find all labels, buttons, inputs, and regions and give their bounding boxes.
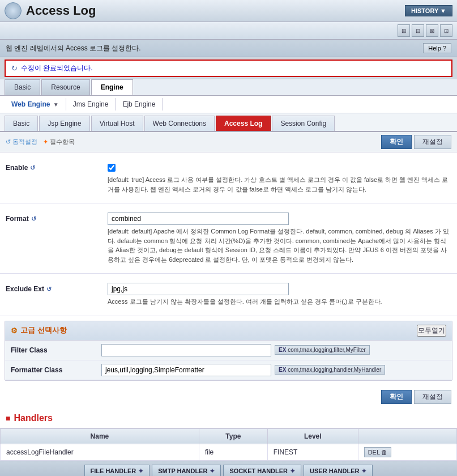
help-button[interactable]: Help ? [423,43,451,53]
filter-class-value: EX com,tmax,logging,filter,MyFilter [101,344,446,356]
filter-class-input[interactable] [101,344,271,356]
advanced-section: ⚙ 고급 선택사항 모두열기 Filter Class EX com,tmax,… [5,321,452,381]
delete-icon: 🗑 [381,449,387,456]
smtp-handler-button[interactable]: SMTP HANDLER ✦ [152,465,221,477]
exclude-label: Exclude Ext ↺ [6,283,108,293]
col-header-name: Name [1,428,199,444]
sub-nav-web-engine-label: Web Engine [11,100,50,108]
smtp-handler-icon: ✦ [210,468,215,475]
formatter-class-input[interactable] [101,364,271,376]
second-tab-access-log[interactable]: Access Log [216,116,271,131]
row-name: accessLogFileHandler [1,444,199,460]
enable-reset-icon[interactable]: ↺ [30,164,35,172]
col-header-type: Type [199,428,267,444]
main-tabs: Basic Resource Engine [5,79,452,95]
form-section-exclude: Exclude Ext ↺ Access 로그를 남기지 않는 확장자들을 설정… [0,274,457,316]
settings-bar: ↺ 동적설정 ✦ 필수항목 확인 재설정 [0,132,457,152]
exclude-input[interactable] [108,283,289,295]
sub-nav-ejb-engine[interactable]: Ejb Engine [116,98,163,110]
tab-basic[interactable]: Basic [5,79,40,95]
page-title: Access Log [5,2,96,19]
socket-handler-icon: ✦ [290,468,295,475]
exclude-reset-icon[interactable]: ↺ [46,286,52,293]
enable-checkbox[interactable] [108,164,116,172]
history-button-label: HISTORY ▼ [411,7,446,14]
table-row: accessLogFileHandler file FINEST DEL 🗑 [1,444,457,460]
confirm-button-top[interactable]: 확인 [381,135,412,149]
dynamic-settings-label: ↺ 동적설정 [6,138,37,146]
formatter-class-ex-button[interactable]: EX com,tmax,logging,handler,MyHandler [275,365,385,375]
bottom-confirm-bar: 확인 재설정 [0,385,457,409]
second-tab-virtual-host[interactable]: Virtual Host [91,116,143,131]
tab-resource-label: Resource [51,83,80,91]
handlers-header: ■ Handlers [0,409,457,428]
main-tabs-container: Basic Resource Engine [0,79,457,96]
format-input[interactable] [108,212,289,225]
second-tab-virtual-host-label: Virtual Host [100,120,135,128]
required-star-icon: ✦ [43,138,48,146]
second-tab-web-connections-label: Web Connections [153,120,207,128]
settings-left: ↺ 동적설정 ✦ 필수항목 [6,138,75,146]
second-tab-jsp-label: Jsp Engine [48,120,81,128]
sub-nav: Web Engine ▼ Jms Engine Ejb Engine [0,96,457,113]
history-button[interactable]: HISTORY ▼ [405,5,452,16]
file-handler-button[interactable]: FILE HANDLER ✦ [84,465,150,477]
form-row-enable: Enable ↺ [default: true] Access 로그 사용 여부… [0,158,457,197]
second-tab-jsp-engine[interactable]: Jsp Engine [39,116,89,131]
tab-engine[interactable]: Engine [91,79,133,95]
delete-row-button[interactable]: DEL 🗑 [364,447,391,457]
reset-button-bottom[interactable]: 재설정 [414,390,451,404]
smtp-handler-label: SMTP HANDLER [158,468,207,474]
toolbar-btn-2[interactable]: ⊟ [412,24,424,37]
toolbar-btn-1[interactable]: ⊞ [398,24,410,37]
settings-buttons: 확인 재설정 [381,135,451,149]
col-header-level: Level [267,428,358,444]
formatter-class-label: Formatter Class [11,366,101,374]
second-tab-session-config[interactable]: Session Config [272,116,335,131]
second-tab-web-connections[interactable]: Web Connections [144,116,215,131]
reset-button-top[interactable]: 재설정 [414,135,451,149]
second-tab-basic-label: Basic [13,120,29,128]
success-text: 수정이 완료되었습니다. [21,63,93,73]
tab-resource[interactable]: Resource [41,79,89,95]
format-reset-icon[interactable]: ↺ [31,215,36,223]
form-row-format: Format ↺ [default: default] Apache 에서 정의… [0,209,457,267]
second-tab-basic[interactable]: Basic [5,116,38,131]
help-label: Help [428,45,441,52]
handler-buttons-bar: FILE HANDLER ✦ SMTP HANDLER ✦ SOCKET HAN… [0,461,457,477]
toolbar-btn-4[interactable]: ⊡ [440,24,452,37]
web-engine-arrow-icon: ▼ [53,101,59,108]
sub-nav-web-engine[interactable]: Web Engine ▼ [5,98,66,110]
second-tab-session-config-label: Session Config [280,120,326,128]
page-title-text: Access Log [26,3,96,18]
row-actions: DEL 🗑 [358,444,456,460]
advanced-row-filter: Filter Class EX com,tmax,logging,filter,… [5,341,452,360]
advanced-row-formatter: Formatter Class EX com,tmax,logging,hand… [5,360,452,380]
confirm-button-bottom[interactable]: 확인 [381,390,412,404]
user-handler-label: USER HANDLER [310,468,359,474]
second-tabs: Basic Jsp Engine Virtual Host Web Connec… [0,113,457,132]
tab-basic-label: Basic [14,83,31,91]
row-level: FINEST [267,444,358,460]
socket-handler-label: SOCKET HANDLER [229,468,288,474]
toolbar: ⊞ ⊟ ⊠ ⊡ [0,22,457,40]
filter-class-label: Filter Class [11,346,101,354]
advanced-toggle-button[interactable]: 모두열기 [417,325,446,337]
handlers-icon: ■ [6,414,10,423]
toolbar-btn-3[interactable]: ⊠ [426,24,438,37]
col-header-action [358,428,456,444]
required-label: ✦ 필수항목 [43,138,75,146]
exclude-value: Access 로그를 남기지 않는 확장자들을 설정한다. 여러 개를 입력하고… [108,283,451,307]
exclude-desc: Access 로그를 남기지 않는 확장자들을 설정한다. 여러 개를 입력하고… [108,297,451,307]
advanced-title: ⚙ 고급 선택사항 [11,325,67,335]
enable-desc: [default: true] Access 로그 사용 여부를 설정한다. 가… [108,175,451,194]
row-type: file [199,444,267,460]
sub-nav-jms-engine[interactable]: Jms Engine [66,98,116,110]
enable-value: [default: true] Access 로그 사용 여부를 설정한다. 가… [108,162,451,194]
socket-handler-button[interactable]: SOCKET HANDLER ✦ [223,465,301,477]
content-area: ↺ 동적설정 ✦ 필수항목 확인 재설정 Enable ↺ [defa [0,132,457,461]
user-handler-button[interactable]: USER HANDLER ✦ [304,465,373,477]
filter-class-ex-button[interactable]: EX com,tmax,logging,filter,MyFilter [275,345,370,355]
user-handler-icon: ✦ [361,468,366,475]
help-bar: 웹 엔진 레벨에서의 Access 로그를 설정한다. Help ? [0,40,457,57]
